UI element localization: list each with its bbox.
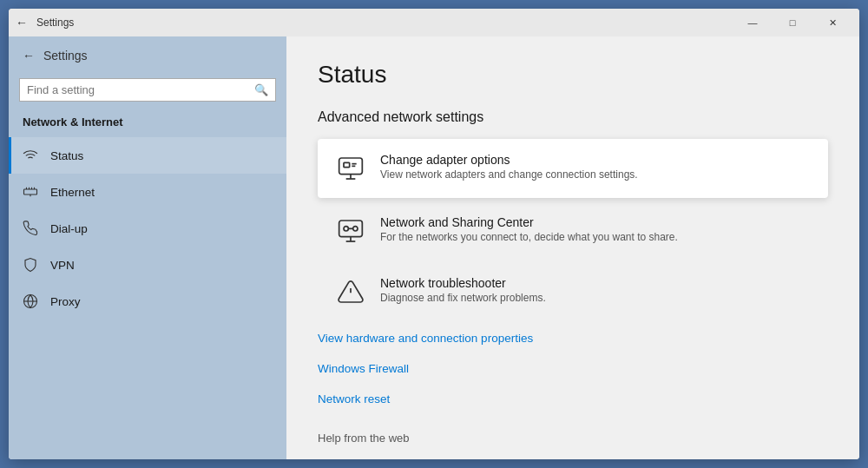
card-troubleshooter[interactable]: Network troubleshooter Diagnose and fix …	[318, 262, 828, 321]
sidebar-section-title: Network & Internet	[9, 112, 286, 137]
window-content: ← Settings 🔍 Network & Internet Status	[9, 36, 859, 459]
card-change-adapter-text: Change adapter options View network adap…	[380, 153, 638, 181]
search-icon: 🔍	[254, 83, 268, 96]
titlebar: ← Settings — □ ✕	[9, 9, 859, 36]
svg-rect-0	[24, 189, 37, 194]
phone-icon	[23, 221, 38, 236]
sidebar-item-ethernet[interactable]: Ethernet	[9, 174, 286, 210]
card-change-adapter-title: Change adapter options	[380, 153, 638, 167]
card-change-adapter[interactable]: Change adapter options View network adap…	[318, 139, 828, 198]
monitor-icon	[335, 153, 366, 184]
card-troubleshooter-title: Network troubleshooter	[380, 276, 546, 290]
close-button[interactable]: ✕	[812, 9, 852, 36]
shield-icon	[23, 257, 38, 273]
svg-point-18	[353, 227, 358, 231]
page-title: Status	[318, 61, 828, 89]
search-box[interactable]: 🔍	[19, 78, 276, 102]
main-content: Status Advanced network settings Change …	[286, 36, 859, 459]
search-input[interactable]	[27, 83, 249, 96]
titlebar-back-icon: ←	[16, 16, 28, 30]
card-change-adapter-desc: View network adapters and change connect…	[380, 168, 638, 181]
minimize-button[interactable]: —	[733, 9, 773, 36]
nav-label-proxy: Proxy	[50, 295, 81, 308]
svg-rect-11	[344, 162, 350, 167]
card-troubleshooter-desc: Diagnose and fix network problems.	[380, 292, 546, 304]
sidebar-back-button[interactable]: ← Settings	[9, 36, 286, 75]
card-network-sharing-title: Network and Sharing Center	[380, 215, 678, 229]
maximize-button[interactable]: □	[773, 9, 812, 36]
link-firewall[interactable]: Windows Firewall	[318, 353, 828, 384]
help-title: Help from the web	[318, 432, 410, 445]
titlebar-left: ← Settings	[16, 16, 74, 30]
section-title: Advanced network settings	[318, 109, 828, 125]
card-network-sharing-text: Network and Sharing Center For the netwo…	[380, 215, 678, 243]
nav-label-vpn: VPN	[50, 259, 75, 272]
sidebar-item-vpn[interactable]: VPN	[9, 247, 286, 283]
titlebar-title: Settings	[36, 16, 74, 29]
sidebar-item-status[interactable]: Status	[9, 137, 286, 174]
card-troubleshooter-text: Network troubleshooter Diagnose and fix …	[380, 276, 546, 304]
svg-point-17	[344, 227, 348, 231]
settings-window: ← Settings — □ ✕ ← Settings 🔍 Network & …	[9, 9, 859, 459]
warning-icon	[335, 276, 366, 307]
back-icon: ←	[23, 49, 35, 63]
card-network-sharing-desc: For the networks you connect to, decide …	[380, 231, 678, 243]
sidebar-item-dialup[interactable]: Dial-up	[9, 210, 286, 247]
link-network-reset[interactable]: Network reset	[318, 384, 828, 414]
nav-label-ethernet: Ethernet	[50, 186, 95, 199]
sidebar-item-proxy[interactable]: Proxy	[9, 283, 286, 320]
svg-rect-8	[339, 158, 363, 175]
nav-label-dialup: Dial-up	[50, 222, 88, 235]
wifi-icon	[23, 148, 38, 163]
nav-label-status: Status	[50, 149, 83, 162]
sidebar: ← Settings 🔍 Network & Internet Status	[9, 36, 286, 459]
ethernet-icon	[23, 184, 38, 200]
sidebar-app-title: Settings	[43, 49, 88, 63]
globe-icon	[23, 293, 38, 309]
help-section: Help from the web	[318, 414, 828, 445]
card-network-sharing[interactable]: Network and Sharing Center For the netwo…	[318, 201, 828, 260]
sharing-icon	[335, 215, 366, 247]
sidebar-nav: Status Ethernet Dial-up	[9, 137, 286, 320]
link-hardware-props[interactable]: View hardware and connection properties	[318, 323, 828, 353]
titlebar-controls: — □ ✕	[733, 9, 852, 36]
